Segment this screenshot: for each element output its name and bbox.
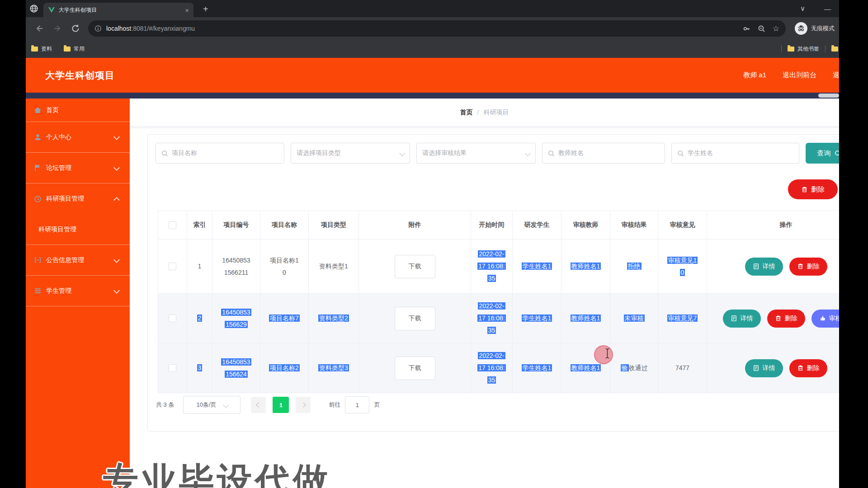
other-bookmarks[interactable]: 其他书签 [788,45,819,53]
sidebar-item-3[interactable]: 科研项目管理 [26,183,130,214]
cell-student: 学生姓名1 [513,294,561,343]
download-button[interactable]: 下载 [395,255,435,278]
page-unit-label: 页 [374,401,380,409]
download-button[interactable]: 下载 [395,307,435,330]
chevron-down-icon [399,150,405,156]
filter-input-4[interactable]: 学生姓名 [671,143,799,164]
url-bar[interactable]: localhost:8081/#/keyanxiangmu ☆ [88,20,786,37]
column-header: 项目编号 [212,211,260,239]
column-header: 项目类型 [309,211,359,239]
detail-button[interactable]: 详情 [745,258,783,276]
globe-icon[interactable] [29,4,38,13]
prev-page-button[interactable] [251,397,266,413]
row-checkbox-cell[interactable] [158,343,187,393]
page-info-icon[interactable] [94,25,102,32]
tab-close-icon[interactable]: × [185,6,189,14]
sidebar: 首页个人中心论坛管理科研项目管理科研项目管理公告信息管理学生管理 [26,99,130,488]
reload-icon[interactable] [71,23,80,33]
incognito-badge: 无痕模式 [795,22,835,35]
search-icon [161,150,168,157]
url-text[interactable]: localhost:8081/#/keyanxiangmu [106,25,736,32]
row-checkbox-cell[interactable] [158,239,187,294]
checkbox-icon[interactable] [169,364,176,372]
chevron-left-icon [256,402,261,407]
trash-icon [801,186,808,193]
cell-actions: 详情删除 [707,343,840,393]
cell-attachment: 下载 [359,239,471,294]
sidebar-item-5[interactable]: 公告信息管理 [26,245,130,276]
header-divider-strip [26,93,839,99]
table-header-row: 索引项目编号项目名称项目类型附件开始时间研发学生审核教师审核结果审核意见操作 [158,211,840,239]
address-toolbar: localhost:8081/#/keyanxiangmu ☆ 无痕模式 [26,17,839,40]
placeholder-text: 请选择项目类型 [297,149,396,157]
cell-attachment: 下载 [359,343,471,393]
scrollbar-thumb[interactable] [818,94,839,98]
audit-button[interactable]: 审核 [811,310,840,328]
exit-to-front-link[interactable]: 退出到前台 [783,71,816,80]
sidebar-item-2[interactable]: 论坛管理 [26,153,130,183]
forward-icon[interactable] [52,23,62,33]
goto-page-input[interactable]: 1 [345,396,369,413]
breadcrumb-home[interactable]: 首页 [460,108,473,117]
divider [825,45,826,52]
password-key-icon[interactable] [743,25,750,33]
query-button[interactable]: 查询 [806,143,839,164]
cell-teacher: 教师姓名1 [561,294,610,343]
cell-index: 1 [187,239,212,294]
placeholder-text: 项目名称 [172,149,278,157]
checkbox-icon[interactable] [169,314,176,322]
checkbox-icon[interactable] [169,263,176,270]
select-all-checkbox[interactable] [158,211,187,239]
cell-date: 2022-02-17 16:08:35 [471,239,513,294]
bookmark-folder-ziliao[interactable]: 资料 [31,45,52,53]
incognito-icon [795,22,807,35]
cell-result: 拒绝 [610,239,658,294]
zoom-out-icon[interactable] [758,25,765,33]
sidebar-item-label: 论坛管理 [46,164,71,172]
filter-input-0[interactable]: 项目名称 [156,143,284,164]
detail-button[interactable]: 详情 [723,310,761,328]
sidebar-item-label: 科研项目管理 [38,225,76,234]
sidebar-subitem-4[interactable]: 科研项目管理 [26,214,130,245]
cell-name: 项目名称7 [260,294,309,343]
back-icon[interactable] [34,23,44,33]
page-size-select[interactable]: 10条/页 [183,396,241,414]
bookmark-folder-changyong[interactable]: 常用 [64,45,85,53]
frame-icon [34,256,42,264]
filter-select-2[interactable]: 请选择审核结果 [416,143,536,164]
checkbox-icon[interactable] [169,221,176,229]
watermark-text: 专业毕设代做 [103,457,331,488]
new-tab-button[interactable]: + [203,3,208,15]
filter-input-3[interactable]: 教师姓名 [542,143,665,164]
browser-tab[interactable]: 大学生科创项目 × [43,3,193,17]
column-header: 项目名称 [260,211,309,239]
user-icon [34,133,42,141]
filter-select-1[interactable]: 请选择项目类型 [291,143,410,164]
minimize-icon[interactable]: — [824,5,831,13]
clock-icon [34,195,42,203]
main-content: 首页 / 科研项目 项目名称请选择项目类型请选择审核结果教师姓名学生姓名查询 删… [130,99,839,488]
table-row: 1164508531566211项目名称10资料类型1下载2022-02-17 … [158,239,840,294]
sidebar-item-6[interactable]: 学生管理 [26,276,130,306]
page-number-active[interactable]: 1 [273,397,289,413]
delete-button[interactable]: 删除 [767,310,805,328]
logout-link[interactable]: 退出 [833,71,839,80]
row-checkbox-cell[interactable] [158,294,187,343]
detail-button[interactable]: 详情 [745,359,783,377]
delete-button[interactable]: 删除 [789,359,827,377]
cell-actions: 详情删除 [707,239,840,294]
folder-icon [788,47,794,52]
delete-button[interactable]: 删除 [789,258,827,276]
cell-number: 16450853156629 [212,294,260,343]
cell-number: 164508531566211 [212,239,260,294]
bulk-delete-button[interactable]: 删除 [788,179,838,199]
placeholder-text: 请选择审核结果 [422,149,522,157]
sidebar-item-1[interactable]: 个人中心 [26,122,130,153]
sidebar-item-0[interactable]: 首页 [26,99,130,122]
click-indicator [594,345,613,364]
bookmark-star-icon[interactable]: ☆ [773,24,779,33]
download-button[interactable]: 下载 [395,357,435,380]
tab-menu-icon[interactable]: ∨ [800,5,805,13]
next-page-button[interactable] [296,397,311,413]
data-table: 索引项目编号项目名称项目类型附件开始时间研发学生审核教师审核结果审核意见操作11… [158,211,839,393]
